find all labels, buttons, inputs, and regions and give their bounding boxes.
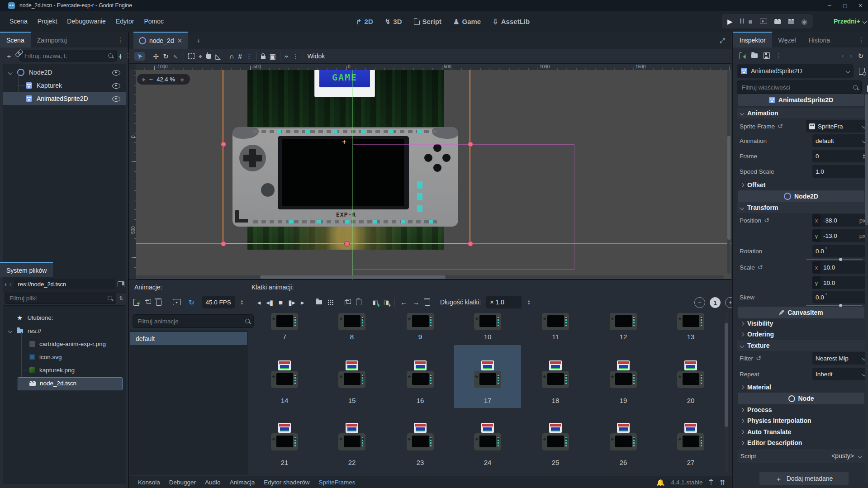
load-resource-icon[interactable]	[751, 53, 758, 58]
prop-speed-scale[interactable]: Speed Scale 1.0	[740, 165, 863, 178]
position-x-value[interactable]: x-38.0px	[812, 214, 868, 227]
stop-frames-button[interactable]: ■	[279, 299, 283, 306]
menu-edytor[interactable]: Edytor	[111, 15, 139, 27]
resource-menu-icon[interactable]: ⋮	[776, 52, 782, 59]
inspector-menu-icon[interactable]: ⋮	[858, 36, 864, 43]
menu-projekt[interactable]: Projekt	[33, 15, 62, 27]
category-offset[interactable]: Offset	[737, 180, 865, 190]
animation-value[interactable]: default	[812, 134, 868, 147]
prop-repeat[interactable]: Repeat Inherit	[740, 367, 863, 381]
revert-icon[interactable]: ↺	[778, 123, 783, 130]
frame-thumbnail-7[interactable]	[271, 313, 298, 330]
sprite-frames-value[interactable]: SpriteFra	[806, 120, 868, 133]
category-animation[interactable]: Animation	[737, 108, 865, 118]
frame-value[interactable]: 0▲▼	[812, 150, 868, 162]
rotation-slider[interactable]	[806, 259, 863, 260]
prop-script[interactable]: Script <pusty>	[737, 449, 865, 463]
delete-frame-icon[interactable]	[425, 300, 430, 306]
revert-icon[interactable]: ↺	[764, 217, 769, 224]
frame-thumbnail-21[interactable]	[271, 433, 298, 450]
workspace-script[interactable]: Script	[414, 18, 442, 25]
tab-inspektor[interactable]: Inspektor	[733, 32, 772, 47]
center-view-icon[interactable]: ⌖	[142, 76, 145, 83]
frame-thumbnail-8[interactable]	[338, 313, 365, 330]
prop-filter[interactable]: Filter↺ Nearest Mip	[740, 351, 863, 365]
workspace-game[interactable]: ♟Game	[453, 18, 481, 25]
move-frame-left-icon[interactable]: ←	[400, 299, 407, 306]
position-y-value[interactable]: y-13.0px	[812, 229, 868, 242]
category-physics-interpolation[interactable]: Physics Interpolation	[737, 415, 865, 426]
selection-handle-bottom-right[interactable]	[468, 241, 473, 246]
minimize-button[interactable]: ─	[822, 0, 837, 11]
skew-value[interactable]: 0.0°	[812, 291, 868, 303]
prop-position-x[interactable]: Position↺ x-38.0px	[740, 213, 863, 227]
fps-spinner[interactable]: ▲▼	[240, 300, 244, 305]
expand-bottom-panel-icon[interactable]: ⇈	[719, 479, 725, 486]
pin-bottom-panel-icon[interactable]: ⍑	[709, 479, 713, 486]
copy-frame-icon[interactable]	[345, 299, 351, 305]
scene-filter[interactable]	[19, 50, 117, 62]
frames-scrollbar-thumb[interactable]	[725, 323, 728, 427]
snap-options-icon[interactable]: ⋮	[246, 52, 252, 60]
distraction-free-icon[interactable]: ⤢	[720, 37, 725, 44]
2d-viewport[interactable]: -1000-500050010001500 0500 GAME	[130, 64, 731, 280]
frames-zoom-reset[interactable]: 1	[710, 297, 721, 308]
delete-animation-button[interactable]	[156, 300, 161, 306]
play-frames-button[interactable]: ▸	[301, 299, 304, 306]
tab-zaimportuj[interactable]: Zaimportuj	[31, 32, 73, 47]
frame-thumbnail-9[interactable]	[407, 313, 434, 330]
tab-wezel[interactable]: Węzeł	[772, 32, 802, 47]
category-editor-description[interactable]: Editor Description	[737, 437, 865, 448]
maximize-button[interactable]: ▢	[837, 0, 853, 11]
category-texture[interactable]: Texture	[737, 340, 865, 351]
frame-thumbnail-18[interactable]	[542, 371, 569, 388]
frame-length-spinner[interactable]: ▲▼	[527, 300, 531, 305]
zoom-level[interactable]: 42.4 %	[157, 76, 175, 83]
play-movie-icon[interactable]	[774, 19, 781, 24]
h-scrollbar[interactable]	[136, 275, 724, 279]
smart-snap-icon[interactable]: ∩	[229, 53, 234, 60]
script-value[interactable]: <pusty>	[831, 452, 854, 460]
ruler-tool[interactable]: ◺	[215, 53, 221, 60]
history-forward-icon[interactable]: ›	[850, 52, 852, 59]
file-row-cartridge[interactable]: cartridge-anim-exp-r.png	[3, 337, 126, 351]
animation-item-default[interactable]: default	[130, 332, 247, 345]
statusbar-tab-konsola[interactable]: Konsola	[133, 478, 165, 487]
favorites-row[interactable]: ★ Ulubione:	[3, 311, 126, 324]
view-menu[interactable]: Widok	[307, 52, 325, 60]
menu-debugowanie[interactable]: Debugowanie	[62, 15, 111, 27]
category-visibility[interactable]: Visibility	[737, 318, 865, 329]
property-filter-input[interactable]	[741, 84, 850, 91]
frame-thumbnail-20[interactable]	[677, 371, 704, 388]
category-transform[interactable]: Transform	[737, 202, 865, 213]
h-scrollbar-thumb[interactable]	[260, 275, 446, 279]
move-frame-right-icon[interactable]: →	[413, 299, 419, 306]
notification-bell-icon[interactable]: 🔔	[656, 479, 665, 486]
attach-script-icon[interactable]	[120, 52, 121, 59]
tree-row-node2d[interactable]: Node2D	[3, 66, 126, 79]
frame-thumbnail-19[interactable]	[610, 371, 637, 388]
v-scrollbar-thumb[interactable]	[727, 136, 730, 240]
play-backwards-button[interactable]: ◂	[257, 299, 261, 306]
frame-thumbnail-12[interactable]	[610, 313, 637, 330]
workspace-assetlib[interactable]: ⇩AssetLib	[493, 18, 530, 25]
file-filter[interactable]	[5, 293, 116, 304]
workspace-3d[interactable]: ↯3D	[385, 18, 402, 25]
box-select-tool[interactable]	[188, 53, 194, 59]
sort-icon[interactable]: ⇅	[119, 295, 124, 301]
autoplay-icon[interactable]: ▸	[173, 299, 181, 305]
insert-after-icon[interactable]: ◨	[384, 299, 389, 305]
collapse-icon[interactable]	[8, 70, 13, 75]
select-tool[interactable]: ➤	[134, 52, 145, 61]
new-scene-tab-button[interactable]: ＋	[195, 37, 202, 44]
file-filter-input[interactable]	[9, 294, 105, 302]
prop-animation[interactable]: Animation default	[740, 134, 863, 147]
visibility-eye-icon[interactable]	[112, 96, 120, 102]
zoom-in-button[interactable]: ＋	[179, 76, 185, 83]
revert-icon[interactable]: ↺	[758, 264, 763, 271]
prop-rotation[interactable]: Rotation 0.0°	[740, 244, 863, 258]
paste-frame-icon[interactable]	[356, 299, 361, 305]
file-row-node2d-tscn[interactable]: node_2d.tscn	[3, 377, 126, 390]
add-node-button[interactable]: ＋	[5, 52, 12, 59]
frame-thumbnail-14[interactable]	[271, 371, 298, 388]
